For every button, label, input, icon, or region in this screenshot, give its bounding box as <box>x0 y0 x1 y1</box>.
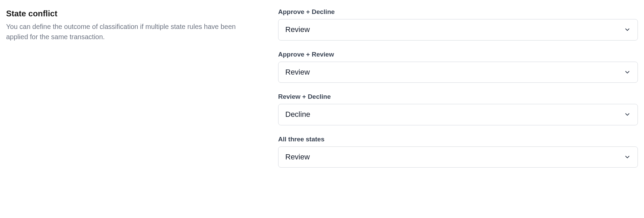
field-review-decline: Review + Decline Decline <box>278 93 638 125</box>
chevron-down-icon <box>624 154 631 160</box>
chevron-down-icon <box>624 26 631 33</box>
field-approve-review: Approve + Review Review <box>278 51 638 83</box>
select-value: Review <box>285 152 310 162</box>
select-value: Decline <box>285 110 310 120</box>
select-all-three-states[interactable]: Review <box>278 146 638 168</box>
select-approve-review[interactable]: Review <box>278 62 638 83</box>
field-label: Review + Decline <box>278 93 638 100</box>
fields-column: Approve + Decline Review Approve + Revie… <box>278 8 638 178</box>
field-label: Approve + Decline <box>278 8 638 16</box>
chevron-down-icon <box>624 111 631 118</box>
section-description: You can define the outcome of classifica… <box>6 21 258 42</box>
chevron-down-icon <box>624 69 631 76</box>
select-approve-decline[interactable]: Review <box>278 19 638 41</box>
select-value: Review <box>285 25 310 35</box>
state-conflict-section: State conflict You can define the outcom… <box>6 8 638 178</box>
field-label: All three states <box>278 136 638 143</box>
section-header: State conflict You can define the outcom… <box>6 8 265 178</box>
select-review-decline[interactable]: Decline <box>278 104 638 125</box>
field-all-three-states: All three states Review <box>278 136 638 168</box>
section-title: State conflict <box>6 8 258 19</box>
field-approve-decline: Approve + Decline Review <box>278 8 638 41</box>
field-label: Approve + Review <box>278 51 638 58</box>
select-value: Review <box>285 67 310 77</box>
